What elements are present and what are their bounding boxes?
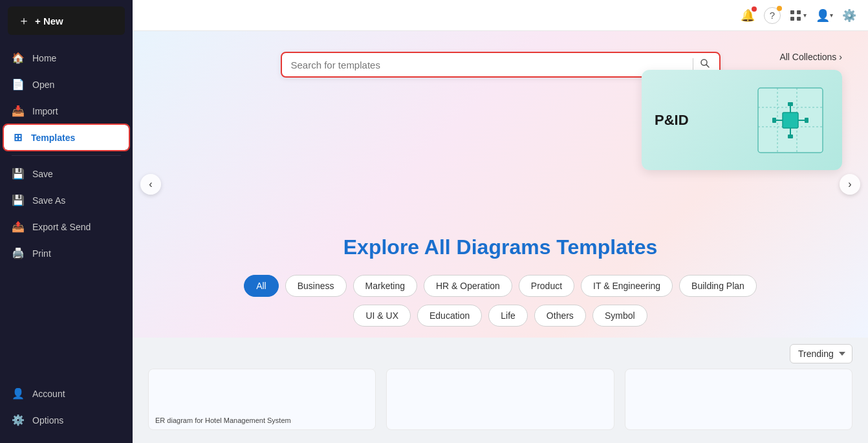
account-icon: 👤 xyxy=(12,387,25,400)
sidebar-label-open: Open xyxy=(32,80,54,90)
sidebar-label-account: Account xyxy=(32,389,65,399)
sidebar-label-home: Home xyxy=(32,53,56,63)
notification-icon[interactable]: 🔔 xyxy=(741,8,755,23)
svg-rect-18 xyxy=(788,102,793,106)
new-button-label: + New xyxy=(35,16,63,27)
export-icon: 📤 xyxy=(12,221,25,233)
pid-diagram-icon xyxy=(752,81,829,159)
svg-rect-2 xyxy=(790,17,794,21)
sidebar-item-print[interactable]: 🖨️ Print xyxy=(4,241,129,266)
import-icon: 📥 xyxy=(12,105,25,117)
sidebar-item-save-as[interactable]: 💾 Save As xyxy=(4,188,129,213)
sidebar-label-import: Import xyxy=(32,106,58,116)
pid-card[interactable]: P&ID xyxy=(642,70,842,170)
save-icon: 💾 xyxy=(12,167,25,180)
settings-icon[interactable]: ⚙️ xyxy=(842,8,856,23)
main-content: 🔔 ? ▾ 👤 ▾ ⚙️ xyxy=(133,0,868,443)
pill-ui-ux[interactable]: UI & UX xyxy=(353,305,411,327)
svg-line-5 xyxy=(706,65,708,67)
prev-arrow-icon: ‹ xyxy=(149,178,152,190)
sidebar-label-save-as: Save As xyxy=(32,195,65,206)
sidebar-item-open[interactable]: 📄 Open xyxy=(4,72,129,97)
all-collections-link[interactable]: All Collections › xyxy=(779,52,842,62)
open-icon: 📄 xyxy=(12,78,25,91)
pill-building-plan[interactable]: Building Plan xyxy=(679,275,757,297)
sidebar-label-export: Export & Send xyxy=(32,222,91,232)
next-arrow-icon: › xyxy=(848,178,851,190)
sidebar-bottom: 👤 Account ⚙️ Options xyxy=(0,373,133,443)
pill-business[interactable]: Business xyxy=(285,275,347,297)
sidebar-item-save[interactable]: 💾 Save xyxy=(4,161,129,186)
template-card-2[interactable] xyxy=(386,369,614,430)
all-collections-label: All Collections xyxy=(779,52,836,62)
svg-rect-3 xyxy=(797,17,801,21)
print-icon: 🖨️ xyxy=(12,247,25,259)
svg-rect-19 xyxy=(788,135,793,138)
user-icon[interactable]: 👤 ▾ xyxy=(816,8,833,23)
sidebar-item-export-send[interactable]: 📤 Export & Send xyxy=(4,214,129,239)
apps-icon[interactable]: ▾ xyxy=(790,10,807,21)
home-icon: 🏠 xyxy=(12,52,25,64)
pid-label: P&ID xyxy=(655,112,689,129)
search-input[interactable] xyxy=(291,59,686,70)
svg-rect-17 xyxy=(805,118,808,123)
svg-rect-1 xyxy=(797,10,801,14)
category-pills-row1: All Business Marketing HR & Operation Pr… xyxy=(158,275,842,297)
pill-education[interactable]: Education xyxy=(417,305,482,327)
search-icon[interactable] xyxy=(700,58,710,71)
sidebar-label-templates: Templates xyxy=(31,133,75,143)
sort-select[interactable]: Trending Newest Popular xyxy=(790,344,852,363)
template-card-3[interactable] xyxy=(625,369,852,430)
pill-product[interactable]: Product xyxy=(519,275,574,297)
carousel-prev-button[interactable]: ‹ xyxy=(140,174,161,195)
explore-plain-text: Explore xyxy=(343,235,424,259)
sidebar-label-options: Options xyxy=(32,415,63,426)
options-icon: ⚙️ xyxy=(12,414,25,426)
template-card-1[interactable]: ER diagram for Hotel Management System xyxy=(148,369,376,430)
pill-marketing[interactable]: Marketing xyxy=(353,275,417,297)
sort-row: Trending Newest Popular xyxy=(133,338,868,369)
carousel-next-button[interactable]: › xyxy=(840,174,860,195)
card-label-1: ER diagram for Hotel Management System xyxy=(155,416,291,424)
sidebar: ＋ + New 🏠 Home 📄 Open 📥 Import ⊞ Templat… xyxy=(0,0,133,443)
notification-badge xyxy=(752,6,757,12)
explore-accent-text: All Diagrams Templates xyxy=(424,235,657,259)
search-divider xyxy=(693,58,693,71)
topbar: 🔔 ? ▾ 👤 ▾ ⚙️ xyxy=(133,0,868,31)
sidebar-label-print: Print xyxy=(32,248,51,259)
help-badge xyxy=(777,6,782,11)
sidebar-item-options[interactable]: ⚙️ Options xyxy=(4,407,129,433)
sidebar-item-templates[interactable]: ⊞ Templates xyxy=(4,125,129,150)
sidebar-item-import[interactable]: 📥 Import xyxy=(4,98,129,124)
category-pills-row2: UI & UX Education Life Others Symbol xyxy=(158,305,842,327)
explore-title: Explore All Diagrams Templates xyxy=(158,235,842,259)
svg-rect-0 xyxy=(790,10,794,14)
chevron-right-icon: › xyxy=(839,52,842,62)
sidebar-item-home[interactable]: 🏠 Home xyxy=(4,45,129,70)
plus-icon: ＋ xyxy=(18,13,30,28)
pill-life[interactable]: Life xyxy=(488,305,528,327)
sidebar-item-account[interactable]: 👤 Account xyxy=(4,381,129,406)
pill-all[interactable]: All xyxy=(244,275,279,297)
sidebar-nav: 🏠 Home 📄 Open 📥 Import ⊞ Templates 💾 Sav… xyxy=(0,45,133,373)
svg-rect-16 xyxy=(772,118,776,123)
hero-section: All Collections › P&ID xyxy=(133,31,868,338)
pill-it-engineering[interactable]: IT & Engineering xyxy=(581,275,673,297)
template-cards-row: ER diagram for Hotel Management System xyxy=(133,369,868,443)
pill-others[interactable]: Others xyxy=(534,305,586,327)
new-button[interactable]: ＋ + New xyxy=(8,6,125,35)
explore-section: Explore All Diagrams Templates All Busin… xyxy=(158,235,842,334)
help-icon[interactable]: ? xyxy=(764,7,781,24)
sidebar-divider xyxy=(12,155,121,156)
save-as-icon: 💾 xyxy=(12,194,25,206)
sidebar-label-save: Save xyxy=(32,169,53,179)
templates-icon: ⊞ xyxy=(12,131,23,144)
svg-rect-11 xyxy=(783,113,798,128)
pill-symbol[interactable]: Symbol xyxy=(592,305,647,327)
pill-hr-operation[interactable]: HR & Operation xyxy=(424,275,512,297)
